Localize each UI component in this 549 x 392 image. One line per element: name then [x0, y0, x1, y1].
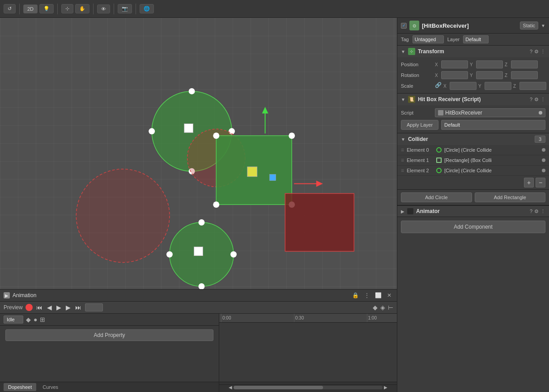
timeline-header: 0:00 0:30 1:00 — [219, 314, 397, 323]
keyframe-dot-btn[interactable]: ● — [34, 316, 37, 323]
timeline-expand-btn[interactable]: ⊢ — [388, 304, 393, 311]
curves-tab[interactable]: Curves — [38, 383, 63, 391]
toolbar-move-btn[interactable]: ⊹ — [61, 4, 73, 13]
pos-x-group: X -5.699 — [435, 60, 468, 68]
animation-lock-btn[interactable]: 🔒 — [350, 291, 361, 299]
layer-select[interactable]: Default — [463, 35, 489, 43]
tag-select[interactable]: Untagged — [413, 35, 444, 43]
apply-layer-button[interactable]: Apply Layer — [401, 120, 438, 130]
element-1-dot[interactable] — [542, 158, 545, 162]
animation-menu-btn[interactable]: ⋮ — [362, 291, 371, 299]
step-back-btn[interactable]: ◀ — [46, 304, 53, 311]
frame-input[interactable]: 0 — [85, 303, 103, 311]
animation-timeline[interactable]: 0:00 0:30 1:00 — [219, 314, 397, 382]
animator-menu-btn[interactable]: ⋮ — [540, 209, 545, 214]
gameobject-active-checkbox[interactable] — [401, 23, 407, 29]
drag-handle-2[interactable]: ≡ — [401, 167, 404, 174]
scroll-left-arrow[interactable]: ◀ — [227, 385, 234, 390]
toolbar-camera-btn[interactable]: 📷 — [118, 4, 132, 13]
add-rectangle-button[interactable]: Add Rectangle — [475, 192, 546, 202]
drag-handle-1[interactable]: ≡ — [401, 157, 404, 163]
toolbar-globe-btn[interactable]: 🌐 — [140, 4, 154, 13]
transform-settings-btn[interactable]: ⚙ — [534, 49, 539, 55]
toolbar-eye-btn[interactable]: 👁 — [97, 4, 110, 13]
hitbox-collapse-btn[interactable]: ▼ — [401, 97, 405, 102]
animator-settings-btn[interactable]: ⚙ — [534, 209, 539, 214]
toolbar-2d-btn[interactable]: 2D — [23, 4, 38, 13]
collider-count: 3 — [535, 136, 545, 143]
pos-x-input[interactable]: -5.699 — [441, 60, 468, 68]
animation-body: Idle ◆ ● ⊞ Add Property 0:00 0:30 1:00 — [0, 314, 397, 382]
main-area: ▶ Animation 🔒 ⋮ ⬜ ✕ Preview ⏮ ◀ ▶ ▶ ⏭ 0 — [0, 18, 549, 392]
transform-body: Position X -5.699 Y 1.6256 Z 1.5083 — [397, 57, 549, 93]
add-circle-button[interactable]: Add Circle — [401, 192, 472, 202]
toolbar-rotate-btn[interactable]: ↺ — [4, 4, 16, 13]
rot-x-input[interactable]: 0 — [441, 71, 468, 79]
transform-menu-btn[interactable]: ⋮ — [540, 49, 545, 55]
svg-rect-21 — [194, 247, 203, 256]
scroll-right-arrow[interactable]: ▶ — [383, 385, 389, 390]
element-1-icon — [436, 158, 442, 163]
pos-z-input[interactable]: 1.5083 — [511, 60, 538, 68]
transform-header[interactable]: ▼ ⊹ Transform ? ⚙ ⋮ — [397, 46, 549, 57]
step-start-btn[interactable]: ⏮ — [35, 304, 43, 311]
step-end-btn[interactable]: ⏭ — [74, 304, 82, 311]
rot-y-label: Y — [470, 73, 475, 78]
animator-header[interactable]: ▶ Animator ? ⚙ ⋮ — [397, 206, 549, 217]
element-0-dot[interactable] — [542, 148, 545, 152]
toolbar-hand-btn[interactable]: ✋ — [75, 4, 89, 13]
clip-row: Idle ◆ ● ⊞ — [0, 314, 219, 326]
play-btn[interactable]: ▶ — [55, 304, 62, 311]
hitbox-menu-btn[interactable]: ⋮ — [540, 97, 545, 102]
hitbox-script-header[interactable]: ▼ 📜 Hit Box Receiver (Script) ? ⚙ ⋮ — [397, 94, 549, 105]
scale-x-input[interactable]: 1 — [450, 82, 477, 90]
animator-collapse-btn[interactable]: ▶ — [401, 209, 404, 214]
animation-icon: ▶ — [4, 292, 10, 298]
collider-header[interactable]: ▼ Collider 3 — [397, 133, 549, 145]
hitbox-settings-btn[interactable]: ⚙ — [534, 97, 539, 102]
scene-canvas[interactable] — [0, 18, 397, 289]
collider-add-btn[interactable]: + — [524, 178, 534, 187]
rot-y-input[interactable]: 0 — [476, 71, 503, 79]
transform-help-btn[interactable]: ? — [530, 49, 532, 55]
step-fwd-btn[interactable]: ▶ — [65, 304, 72, 311]
svg-point-15 — [213, 132, 219, 139]
animator-title: Animator — [416, 208, 527, 214]
element-2-label: Element 2 — [407, 168, 434, 173]
scale-link-icon[interactable]: 🔗 — [435, 82, 442, 90]
add-component-button[interactable]: Add Component — [401, 221, 545, 233]
preview-label: Preview — [4, 304, 23, 311]
hitbox-help-btn[interactable]: ? — [530, 97, 532, 102]
element-2-dot[interactable] — [542, 169, 545, 172]
keyframe-diamond-btn[interactable]: ◆ — [26, 316, 31, 323]
svg-point-7 — [76, 169, 170, 263]
collider-remove-btn[interactable]: − — [536, 178, 545, 187]
dopesheet-tab[interactable]: Dopesheet — [4, 383, 36, 391]
animator-help-btn[interactable]: ? — [530, 209, 532, 214]
add-property-button[interactable]: Add Property — [5, 329, 213, 341]
clip-dropdown[interactable]: Idle — [4, 315, 23, 324]
record-button[interactable] — [26, 304, 33, 311]
scale-y-input[interactable]: 1 — [485, 82, 511, 90]
transform-collapse-btn[interactable]: ▼ — [401, 49, 405, 54]
scrollbar-track[interactable] — [234, 386, 383, 389]
keyframe-add-btn[interactable]: ◆ — [373, 304, 378, 311]
drag-handle-0[interactable]: ≡ — [401, 147, 404, 153]
scale-row: Scale 🔗 X 1 Y 1 Z 1 — [401, 81, 545, 91]
pos-y-input[interactable]: 1.6256 — [476, 60, 503, 68]
collider-collapse-btn[interactable]: ▼ — [401, 137, 405, 142]
scrollbar-thumb[interactable] — [234, 386, 323, 389]
animation-close-btn[interactable]: ✕ — [385, 291, 393, 299]
timeline-scrollbar[interactable]: ◀ ▶ — [219, 384, 397, 390]
animation-maximize-btn[interactable]: ⬜ — [373, 291, 383, 299]
static-dropdown-arrow[interactable]: ▼ — [541, 23, 545, 28]
scale-z-input[interactable]: 1 — [519, 82, 546, 90]
keyframe-bar-btn[interactable]: ⊞ — [40, 316, 45, 323]
static-label: Static — [520, 21, 539, 30]
apply-layer-select[interactable]: Default — [441, 120, 545, 130]
rot-z-input[interactable]: 0 — [511, 71, 538, 79]
toolbar-light-btn[interactable]: 💡 — [39, 4, 54, 13]
rotation-fields: X 0 Y 0 Z 0 — [435, 71, 545, 79]
keyframe-nav-btn[interactable]: ◈ — [380, 304, 385, 311]
animation-left-panel: Idle ◆ ● ⊞ Add Property — [0, 314, 219, 382]
